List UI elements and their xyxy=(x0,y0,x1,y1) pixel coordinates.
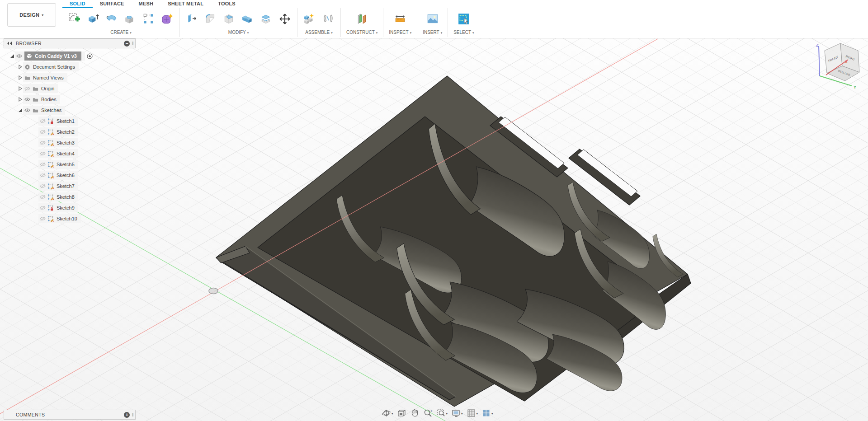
tree-item-sketch10[interactable]: Sketch10 xyxy=(4,213,139,224)
activate-component-radio[interactable] xyxy=(87,53,93,59)
visibility-eye-off-icon[interactable] xyxy=(40,140,46,146)
expand-arrow-icon[interactable] xyxy=(17,75,23,81)
tree-item-sketch4[interactable]: Sketch4 xyxy=(4,148,139,159)
visibility-eye-off-icon[interactable] xyxy=(24,86,30,92)
orbit-button[interactable]: ▾ xyxy=(381,408,394,420)
viewports-button[interactable]: ▾ xyxy=(481,408,494,420)
ribbon-group-dropdown[interactable]: ASSEMBLE▾ xyxy=(305,29,332,35)
ribbon-group-dropdown[interactable]: MODIFY▾ xyxy=(228,29,249,35)
comments-panel-header[interactable]: COMMENTS + ‖ xyxy=(4,410,136,420)
select-cursor-icon[interactable] xyxy=(457,12,471,26)
chevron-down-icon[interactable]: ▾ xyxy=(476,412,478,416)
revolve-icon[interactable] xyxy=(105,12,118,26)
panel-grip[interactable]: ‖ xyxy=(132,412,134,417)
joint-icon[interactable] xyxy=(321,12,335,26)
expand-arrow-icon[interactable] xyxy=(17,86,23,92)
grid-display-icon xyxy=(467,408,476,420)
design-menu-button[interactable]: DESIGN ▾ xyxy=(7,3,56,27)
construct-plane-icon[interactable] xyxy=(355,12,369,26)
tree-item-chip: Sketches xyxy=(23,106,65,115)
add-comment-button[interactable]: + xyxy=(124,412,130,418)
tab-tools[interactable]: TOOLS xyxy=(211,0,243,8)
tree-item-bodies[interactable]: Bodies xyxy=(4,94,139,105)
tree-item-sketch1[interactable]: Sketch1 xyxy=(4,116,139,126)
tree-item-sketch7[interactable]: Sketch7 xyxy=(4,181,139,192)
browser-panel-header[interactable]: BROWSER − ‖ xyxy=(4,38,136,48)
tree-item-label: Sketch7 xyxy=(57,183,75,189)
look-at-button[interactable] xyxy=(396,408,407,420)
zoom-button[interactable]: ± xyxy=(422,408,434,420)
tab-mesh[interactable]: MESH xyxy=(132,0,161,8)
tree-spacer xyxy=(33,216,38,222)
minimize-panel-button[interactable]: − xyxy=(124,41,130,47)
visibility-eye-icon[interactable] xyxy=(24,97,30,103)
measure-icon[interactable] xyxy=(393,12,407,26)
expand-arrow-icon[interactable] xyxy=(17,64,23,70)
visibility-eye-off-icon[interactable] xyxy=(40,162,46,168)
tree-item-origin[interactable]: Origin xyxy=(4,83,139,94)
move-icon[interactable] xyxy=(278,12,292,26)
tree-item-coin-caddy-v1-v3[interactable]: Coin Caddy V1 v3 xyxy=(4,51,139,61)
tab-surface[interactable]: SURFACE xyxy=(93,0,132,8)
visibility-eye-off-icon[interactable] xyxy=(40,129,46,135)
collapse-panel-icon[interactable] xyxy=(7,41,12,46)
visibility-eye-off-icon[interactable] xyxy=(40,173,46,178)
chevron-down-icon[interactable]: ▾ xyxy=(446,412,448,416)
ribbon-group-dropdown[interactable]: INSPECT▾ xyxy=(389,29,411,35)
visibility-eye-off-icon[interactable] xyxy=(40,205,46,211)
grid-display-button[interactable]: ▾ xyxy=(466,408,479,420)
orbit-icon xyxy=(382,408,391,420)
create-sketch-icon[interactable] xyxy=(68,12,81,26)
tree-item-sketch2[interactable]: Sketch2 xyxy=(4,126,139,137)
panel-grip[interactable]: ‖ xyxy=(132,41,134,46)
collapse-arrow-icon[interactable] xyxy=(17,108,23,113)
tree-item-sketch9[interactable]: Sketch9 xyxy=(4,202,139,213)
extrude-icon[interactable] xyxy=(86,12,100,26)
shell-icon[interactable] xyxy=(222,12,236,26)
tree-item-sketch6[interactable]: Sketch6 xyxy=(4,170,139,181)
sketch-icon xyxy=(48,129,54,135)
tab-sheet-metal[interactable]: SHEET METAL xyxy=(160,0,211,8)
hole-icon[interactable] xyxy=(123,12,137,26)
combine-icon[interactable] xyxy=(241,12,255,26)
tree-item-document-settings[interactable]: Document Settings xyxy=(4,61,139,72)
fit-button[interactable]: ▾ xyxy=(435,408,449,420)
form-icon[interactable] xyxy=(160,12,174,26)
visibility-eye-off-icon[interactable] xyxy=(40,216,46,222)
display-settings-button[interactable]: ▾ xyxy=(450,408,464,420)
tab-solid[interactable]: SOLID xyxy=(62,0,93,8)
fit-icon xyxy=(436,408,446,420)
offset-face-icon[interactable] xyxy=(259,12,273,26)
tree-item-sketch8[interactable]: Sketch8 xyxy=(4,192,139,202)
ribbon-group-dropdown[interactable]: SELECT▾ xyxy=(453,29,474,35)
chevron-down-icon[interactable]: ▾ xyxy=(461,412,463,416)
expand-arrow-icon[interactable] xyxy=(17,97,23,103)
new-component-icon[interactable] xyxy=(303,12,316,26)
press-pull-icon[interactable] xyxy=(185,12,199,26)
fillet-icon[interactable] xyxy=(204,12,217,26)
pan-button[interactable] xyxy=(409,408,420,420)
visibility-eye-off-icon[interactable] xyxy=(40,183,46,189)
tree-item-named-views[interactable]: Named Views xyxy=(4,72,139,83)
ribbon-group-dropdown[interactable]: CONSTRUCT▾ xyxy=(346,29,377,35)
visibility-eye-off-icon[interactable] xyxy=(40,151,46,157)
ribbon-group-create: CREATE▾ xyxy=(62,8,180,37)
visibility-eye-off-icon[interactable] xyxy=(40,194,46,200)
tree-item-chip: Origin xyxy=(23,84,58,93)
ribbon-group-dropdown[interactable]: INSERT▾ xyxy=(423,29,442,35)
chevron-down-icon[interactable]: ▾ xyxy=(491,412,493,416)
tree-item-chip: Bodies xyxy=(23,95,60,104)
rectangular-pattern-icon[interactable] xyxy=(142,12,156,26)
collapse-arrow-icon[interactable] xyxy=(9,53,15,59)
chevron-down-icon[interactable]: ▾ xyxy=(392,412,393,416)
origin-marker[interactable] xyxy=(209,288,218,294)
ribbon-group-dropdown[interactable]: CREATE▾ xyxy=(110,29,131,35)
insert-canvas-icon[interactable] xyxy=(426,12,439,26)
visibility-eye-icon[interactable] xyxy=(24,108,30,113)
visibility-eye-off-icon[interactable] xyxy=(40,118,46,124)
tree-item-sketches[interactable]: Sketches xyxy=(4,105,139,116)
tree-item-sketch3[interactable]: Sketch3 xyxy=(4,137,139,148)
visibility-eye-icon[interactable] xyxy=(16,53,22,59)
tree-item-sketch5[interactable]: Sketch5 xyxy=(4,159,139,170)
tree-item-label: Sketch2 xyxy=(57,129,75,135)
